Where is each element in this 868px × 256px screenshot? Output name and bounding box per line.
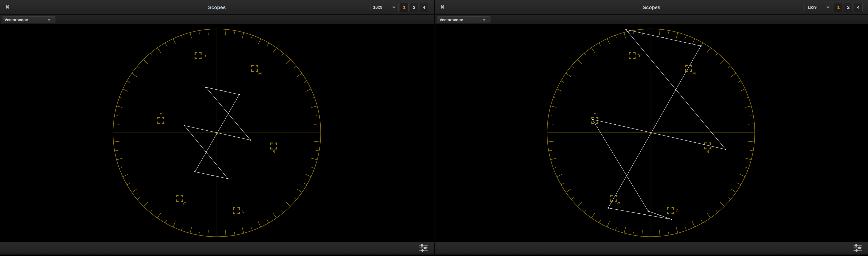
scope-type-bar: Vectorscope (0, 15, 434, 24)
aspect-ratio-value: 16x9 (805, 5, 817, 10)
header-controls: 16x9 1 2 4 (805, 3, 863, 12)
svg-text:M: M (258, 71, 262, 76)
layout-four-button[interactable]: 4 (420, 3, 428, 12)
scope-settings-sliders-icon[interactable] (853, 244, 863, 252)
chevron-down-icon (48, 19, 51, 21)
svg-text:C: C (676, 208, 679, 214)
svg-text:Y: Y (593, 112, 596, 116)
panel-bottom-edge (435, 254, 868, 255)
scope-settings-sliders-icon[interactable] (419, 244, 428, 252)
aspect-ratio-dropdown[interactable]: 16x9 (805, 3, 833, 12)
vectorscope-canvas: RMYBGC (435, 24, 868, 242)
scope-type-value: Vectorscope (437, 18, 463, 22)
scopes-window: ✖ Scopes 16x9 1 2 4 Vectorscope RMYBGC (0, 0, 868, 256)
svg-text:Y: Y (159, 112, 162, 116)
svg-text:R: R (637, 53, 640, 58)
vectorscope-display: RMYBGC (0, 24, 434, 242)
svg-text:B: B (707, 149, 709, 154)
panel-header: ✖ Scopes 16x9 1 2 4 (435, 0, 868, 15)
scope-type-bar: Vectorscope (435, 15, 868, 24)
layout-two-button[interactable]: 2 (410, 3, 418, 12)
panel-header: ✖ Scopes 16x9 1 2 4 (0, 0, 434, 15)
svg-text:G: G (617, 201, 621, 206)
chevron-down-icon (392, 6, 396, 8)
svg-text:G: G (183, 201, 187, 206)
layout-one-button[interactable]: 1 (400, 3, 408, 12)
svg-text:B: B (272, 149, 275, 154)
scope-bottom-bar (0, 242, 434, 254)
vectorscope-canvas: RMYBGC (0, 24, 434, 242)
panel-title: Scopes (0, 0, 434, 14)
svg-text:R: R (203, 54, 206, 59)
scope-type-dropdown[interactable]: Vectorscope (437, 16, 491, 23)
chevron-down-icon (827, 6, 830, 8)
scope-bottom-bar (435, 242, 868, 254)
scope-type-value: Vectorscope (2, 18, 28, 22)
scope-type-dropdown[interactable]: Vectorscope (2, 16, 56, 23)
aspect-ratio-value: 16x9 (371, 5, 382, 10)
aspect-ratio-dropdown[interactable]: 16x9 (370, 3, 399, 12)
panel-title: Scopes (435, 0, 868, 14)
header-controls: 16x9 1 2 4 (370, 3, 428, 12)
panel-bottom-edge (0, 254, 434, 255)
layout-one-button[interactable]: 1 (834, 3, 843, 12)
layout-two-button[interactable]: 2 (844, 3, 853, 12)
svg-text:C: C (242, 208, 245, 214)
chevron-down-icon (483, 19, 486, 21)
vectorscope-display: RMYBGC (435, 24, 868, 242)
scope-panel-right: ✖ Scopes 16x9 1 2 4 Vectorscope RMYBGC (435, 0, 868, 256)
layout-four-button[interactable]: 4 (854, 3, 863, 12)
scope-panel-left: ✖ Scopes 16x9 1 2 4 Vectorscope RMYBGC (0, 0, 434, 256)
svg-text:M: M (692, 71, 696, 76)
